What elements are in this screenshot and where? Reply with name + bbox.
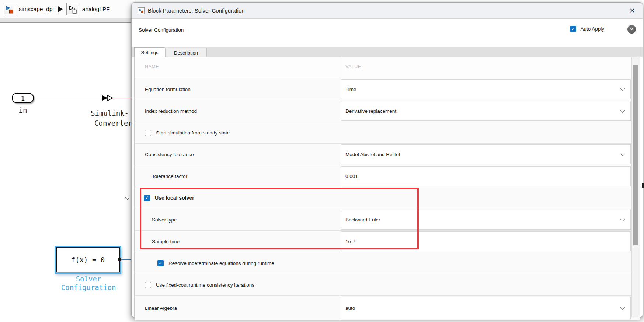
simulink-model-icon bbox=[3, 3, 15, 15]
param-value-cell: Model AbsTol and RelTol bbox=[341, 144, 631, 165]
close-icon[interactable]: ✕ bbox=[627, 6, 637, 15]
simulink-subsystem-icon bbox=[66, 3, 79, 15]
dialog-subheader: Solver Configuration ✓ Auto Apply ? bbox=[132, 19, 643, 47]
param-value-cell: auto bbox=[341, 296, 631, 320]
param-value-cell: Derivative replacement bbox=[341, 100, 631, 122]
screen: simscape_dpi analogLPF 1 in bbox=[0, 0, 644, 322]
auto-apply-checkbox[interactable]: ✓ Auto Apply bbox=[570, 26, 604, 32]
param-label: Solver type bbox=[135, 209, 358, 230]
param-label: Sample time bbox=[135, 231, 358, 252]
block-name-label: Solver Configuration bbox=[139, 27, 184, 33]
scrollbar-thumb[interactable] bbox=[633, 65, 638, 245]
sample-time-field[interactable]: 1e-7 bbox=[341, 231, 631, 251]
param-label: Use fixed-cost runtime consistency itera… bbox=[156, 282, 254, 288]
resolve-indeterminate-checkbox[interactable]: ✓ Resolve indeterminate equations during… bbox=[135, 252, 640, 274]
simulink-canvas[interactable]: simscape_dpi analogLPF 1 in bbox=[0, 0, 131, 322]
block-parameters-dialog: Block Parameters: Solver Configuration ✕… bbox=[131, 2, 643, 317]
solver-block-port-wire[interactable] bbox=[117, 256, 131, 263]
checkbox-checked-icon: ✓ bbox=[157, 260, 164, 266]
param-label: Equation formulation bbox=[135, 78, 351, 100]
tolerance-factor-field[interactable]: 0.001 bbox=[341, 166, 631, 186]
fixed-cost-iterations-checkbox[interactable]: Use fixed-cost runtime consistency itera… bbox=[135, 274, 640, 295]
consistency-tolerance-dropdown[interactable]: Model AbsTol and RelTol bbox=[341, 144, 631, 164]
parameters-table: NAME VALUE Equation formulation Time Ind… bbox=[134, 57, 640, 317]
param-label: Resolve indeterminate equations during r… bbox=[168, 260, 274, 266]
help-icon[interactable]: ? bbox=[627, 25, 636, 34]
param-value-cell: Time bbox=[341, 78, 631, 100]
param-value-cell: Backward Euler bbox=[341, 209, 631, 230]
vertical-scrollbar[interactable] bbox=[631, 57, 640, 317]
breadcrumb-separator-icon bbox=[58, 6, 63, 12]
equation-formulation-dropdown[interactable]: Time bbox=[341, 79, 631, 99]
table-row: Sample time 1e-7 bbox=[135, 231, 640, 252]
breadcrumb-item-simscape-dpi[interactable]: simscape_dpi bbox=[3, 3, 54, 15]
solver-block-equation: f(x) = 0 bbox=[71, 256, 105, 264]
table-row: ✓ Resolve indeterminate equations during… bbox=[135, 252, 640, 274]
chevron-down-icon bbox=[620, 151, 625, 156]
table-row: Equation formulation Time bbox=[135, 78, 640, 100]
breadcrumb-label: simscape_dpi bbox=[19, 6, 54, 13]
tab-description[interactable]: Description bbox=[165, 48, 207, 57]
use-local-solver-checkbox[interactable]: ✓ Use local solver bbox=[135, 187, 640, 209]
table-row: Index reduction method Derivative replac… bbox=[135, 100, 640, 122]
dialog-titlebar: Block Parameters: Solver Configuration ✕ bbox=[132, 3, 643, 19]
linear-algebra-dropdown[interactable]: auto bbox=[341, 297, 631, 319]
column-header-name: NAME bbox=[145, 64, 159, 69]
param-value-cell: 1e-7 bbox=[341, 231, 631, 252]
table-header: NAME VALUE bbox=[135, 57, 640, 78]
solver-block-label: Solver Configuration bbox=[44, 275, 131, 292]
param-label: Consistency tolerance bbox=[135, 144, 351, 165]
column-header-value: VALUE bbox=[345, 64, 361, 69]
chevron-down-icon bbox=[620, 86, 625, 91]
table-row: Use fixed-cost runtime consistency itera… bbox=[135, 274, 640, 296]
tab-settings[interactable]: Settings bbox=[134, 47, 165, 57]
param-label: Use local solver bbox=[155, 195, 194, 201]
index-reduction-dropdown[interactable]: Derivative replacement bbox=[341, 101, 631, 121]
converter-block-label: Simulink-Converter bbox=[91, 108, 131, 128]
solver-type-dropdown[interactable]: Backward Euler bbox=[341, 210, 631, 230]
checkbox-checked-icon: ✓ bbox=[570, 26, 576, 32]
breadcrumb-item-analoglpf[interactable]: analogLPF bbox=[66, 3, 110, 15]
background-scrollbar-artifact bbox=[642, 183, 644, 188]
solver-configuration-block[interactable]: f(x) = 0 bbox=[56, 247, 120, 272]
checkbox-unchecked-icon bbox=[145, 130, 151, 136]
param-label: Start simulation from steady state bbox=[156, 130, 230, 136]
chevron-down-icon bbox=[620, 216, 625, 221]
auto-apply-label: Auto Apply bbox=[580, 26, 604, 32]
breadcrumb-label: analogLPF bbox=[82, 6, 110, 13]
param-value-cell: 0.001 bbox=[341, 165, 631, 187]
param-label: Tolerance factor bbox=[135, 165, 358, 187]
wire-arrowhead-filled bbox=[102, 95, 108, 101]
table-row: Start simulation from steady state bbox=[135, 122, 640, 144]
steady-state-checkbox[interactable]: Start simulation from steady state bbox=[135, 122, 640, 143]
chevron-down-icon bbox=[620, 108, 625, 113]
table-row: Consistency tolerance Model AbsTol and R… bbox=[135, 144, 640, 165]
simulink-model-icon bbox=[138, 7, 145, 14]
dialog-title: Block Parameters: Solver Configuration bbox=[148, 7, 245, 14]
checkbox-checked-icon: ✓ bbox=[144, 195, 150, 201]
chevron-down-icon bbox=[620, 305, 625, 310]
param-label: Index reduction method bbox=[135, 100, 351, 122]
wire-arrowhead-open bbox=[107, 95, 113, 101]
checkbox-unchecked-icon bbox=[145, 282, 151, 288]
dialog-tabstrip: Settings Description bbox=[132, 47, 643, 57]
table-row: Tolerance factor 0.001 bbox=[135, 165, 640, 187]
table-row: ✓ Use local solver bbox=[135, 187, 640, 209]
table-row: Linear Algebra auto bbox=[135, 296, 640, 320]
param-label: Linear Algebra bbox=[135, 296, 351, 320]
table-row: Solver type Backward Euler bbox=[135, 209, 640, 231]
toolbar-bottom-border bbox=[0, 18, 131, 23]
model-breadcrumb-bar: simscape_dpi analogLPF bbox=[0, 0, 131, 18]
column-divider bbox=[341, 57, 341, 78]
